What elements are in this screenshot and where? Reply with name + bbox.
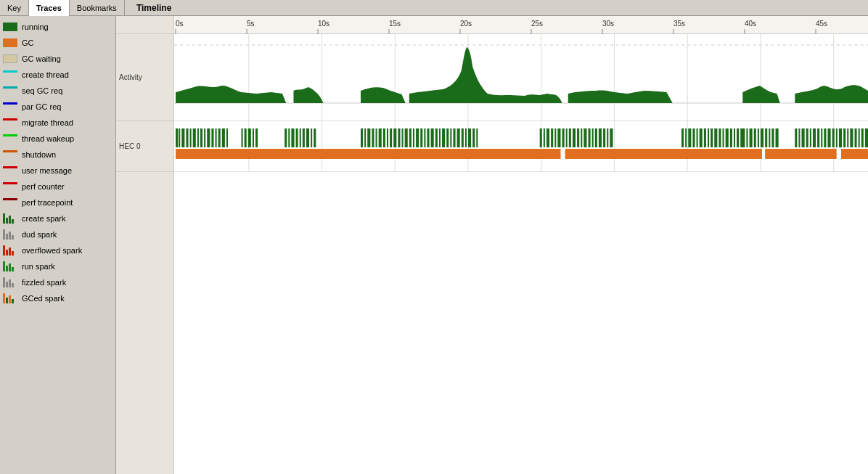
svg-rect-126 — [607, 128, 608, 147]
fizzled-spark-icon — [3, 277, 17, 287]
legend-create-thread: create thread — [0, 67, 115, 83]
gc-waiting-swatch — [3, 54, 17, 63]
svg-rect-123 — [595, 128, 597, 147]
legend-thread-wakeup: thread wakeup — [0, 131, 115, 147]
legend-fizzled-spark: fizzled spark — [0, 274, 115, 290]
svg-rect-45 — [837, 149, 841, 159]
gc-waiting-label: GC waiting — [22, 54, 61, 63]
tab-bookmarks[interactable]: Bookmarks — [70, 0, 125, 16]
svg-rect-149 — [758, 128, 759, 147]
legend-migrate-thread: migrate thread — [0, 115, 115, 131]
hec0-label: HEC 0 — [116, 121, 174, 172]
svg-rect-69 — [291, 128, 294, 147]
svg-text:30s: 30s — [602, 20, 614, 28]
create-spark-icon — [3, 213, 17, 224]
svg-text:25s: 25s — [531, 20, 543, 28]
svg-rect-107 — [476, 128, 478, 147]
svg-rect-70 — [296, 128, 298, 147]
shutdown-swatch — [3, 150, 17, 159]
svg-rect-153 — [771, 128, 774, 147]
running-label: running — [22, 23, 49, 31]
svg-rect-71 — [300, 128, 301, 147]
svg-text:5s: 5s — [247, 20, 255, 28]
run-spark-icon — [3, 261, 17, 271]
svg-rect-170 — [850, 128, 853, 147]
tab-traces[interactable]: Traces — [29, 0, 70, 16]
dud-spark-icon — [3, 229, 17, 240]
svg-rect-172 — [859, 128, 860, 147]
svg-rect-157 — [802, 128, 805, 147]
legend-dud-spark: dud spark — [0, 226, 115, 242]
svg-rect-114 — [562, 128, 565, 147]
svg-rect-160 — [813, 128, 816, 147]
svg-rect-67 — [284, 128, 287, 147]
svg-rect-89 — [409, 128, 412, 147]
svg-rect-141 — [730, 128, 732, 147]
svg-rect-148 — [754, 128, 756, 147]
svg-rect-50 — [186, 128, 188, 147]
gced-spark-icon — [3, 293, 17, 303]
chart-empty-area — [116, 172, 868, 474]
svg-rect-86 — [398, 128, 400, 147]
svg-rect-106 — [472, 128, 475, 147]
svg-rect-48 — [179, 128, 180, 147]
svg-rect-125 — [603, 128, 605, 147]
svg-rect-72 — [303, 128, 305, 147]
svg-rect-115 — [566, 128, 568, 147]
svg-rect-152 — [769, 128, 770, 147]
user-message-label: user message — [22, 166, 72, 175]
svg-rect-102 — [457, 128, 460, 147]
svg-rect-132 — [697, 128, 698, 147]
svg-rect-80 — [376, 128, 377, 147]
legend-overflowed-spark: overflowed spark — [0, 242, 115, 258]
svg-text:35s: 35s — [673, 20, 685, 28]
legend-seq-gc-req: seq GC req — [0, 83, 115, 99]
svg-rect-164 — [827, 128, 830, 147]
svg-rect-111 — [551, 128, 553, 147]
svg-rect-62 — [242, 128, 243, 147]
create-thread-label: create thread — [22, 70, 69, 79]
legend-gced-spark: GCed spark — [0, 290, 115, 306]
fizzled-spark-label: fizzled spark — [22, 278, 66, 287]
svg-rect-129 — [685, 128, 687, 147]
top-bar: Key Traces Bookmarks Timeline — [0, 0, 868, 16]
svg-rect-166 — [836, 128, 838, 147]
svg-text:0s: 0s — [176, 20, 184, 28]
svg-rect-162 — [821, 128, 822, 147]
svg-rect-75 — [314, 128, 316, 147]
svg-rect-122 — [592, 128, 594, 147]
seq-gc-req-swatch — [3, 86, 17, 95]
svg-rect-124 — [599, 128, 602, 147]
migrate-thread-swatch — [3, 118, 17, 127]
svg-rect-78 — [367, 128, 370, 147]
svg-rect-142 — [734, 128, 735, 147]
svg-rect-88 — [405, 128, 408, 147]
tab-key[interactable]: Key — [0, 0, 29, 16]
svg-rect-95 — [431, 128, 434, 147]
svg-rect-90 — [413, 128, 414, 147]
legend-gc-waiting: GC waiting — [0, 51, 115, 67]
svg-rect-174 — [865, 128, 868, 147]
svg-rect-134 — [704, 128, 706, 147]
perf-tracepoint-swatch — [3, 198, 17, 207]
svg-rect-128 — [681, 128, 684, 147]
user-message-swatch — [3, 166, 17, 175]
timeline-title: Timeline — [125, 3, 171, 13]
svg-rect-66 — [255, 128, 258, 147]
svg-rect-169 — [847, 128, 848, 147]
svg-rect-135 — [708, 128, 709, 147]
svg-rect-73 — [306, 128, 309, 147]
running-swatch — [3, 23, 17, 31]
svg-rect-77 — [364, 128, 366, 147]
svg-rect-85 — [393, 128, 396, 147]
overflowed-spark-icon — [3, 245, 17, 256]
perf-tracepoint-label: perf tracepoint — [22, 198, 73, 207]
thread-wakeup-swatch — [3, 134, 17, 143]
svg-rect-147 — [750, 128, 753, 147]
activity-chart — [174, 34, 868, 121]
svg-rect-108 — [540, 128, 542, 147]
svg-text:20s: 20s — [460, 20, 472, 28]
svg-rect-113 — [557, 128, 560, 147]
svg-rect-101 — [453, 128, 455, 147]
svg-rect-61 — [226, 128, 228, 147]
